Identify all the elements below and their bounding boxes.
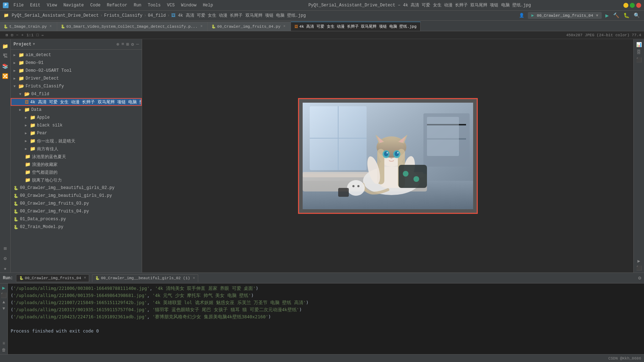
structure-sidebar-icon[interactable]: 🏗: [1, 52, 10, 60]
collapse-icon[interactable]: ≡: [121, 42, 124, 47]
console-settings-icon[interactable]: ⚙: [638, 275, 641, 281]
tree-item-py2[interactable]: 🐍 00_Crawler_img_beautiful_girls_01.py: [11, 192, 142, 200]
stop-icon[interactable]: ⬛: [636, 265, 642, 271]
tab-close-button[interactable]: ×: [282, 24, 287, 29]
menu-help[interactable]: Help: [200, 2, 216, 9]
settings-sidebar-icon[interactable]: ⚙: [1, 254, 10, 263]
project-tree: ▶ 📁 aim_detect ▶ 📁 Demo-01 ▶ 📁 Demo-02-U…: [11, 50, 142, 272]
tree-item-pear[interactable]: ▶ 📁 Pear: [11, 129, 142, 137]
tab-train[interactable]: 🐍 t_Image_train.py ×: [0, 22, 57, 31]
expand-icon[interactable]: ⊞: [126, 42, 129, 47]
breadcrumb-part1[interactable]: PyQt_Serial_Assistant_Drive_Detect: [11, 13, 99, 18]
close-button[interactable]: ×: [636, 3, 641, 8]
tree-item-driver-detect[interactable]: ▶ 📁 Driver_Detect: [11, 75, 142, 82]
breadcrumb-part4[interactable]: 4k 高清 可爱 女生 动漫 长辫子 双马尾辫 项链 电脑 壁纸.jpg: [177, 12, 307, 18]
status-bar: CSDN @Kkh_8686: [0, 354, 644, 362]
menu-refactor[interactable]: Refactor: [104, 2, 130, 9]
tab-crawler[interactable]: 🐍 00_Crawler_img_fruits_04.py ×: [208, 22, 291, 31]
color-picker-icon[interactable]: ✏: [42, 33, 44, 37]
tree-item-chinese4[interactable]: 📁 浪漫的收藏家: [11, 161, 142, 168]
learn-sidebar-icon[interactable]: 📚: [1, 62, 10, 70]
breadcrumb-part3[interactable]: 04_fild: [147, 13, 166, 18]
menu-run[interactable]: Run: [131, 2, 144, 9]
menu-code[interactable]: Code: [87, 2, 103, 9]
filter-button[interactable]: ≡: [2, 341, 5, 346]
scroll-up-button[interactable]: ▲: [2, 300, 5, 305]
tab-close-button[interactable]: ×: [48, 24, 53, 29]
hide-icon[interactable]: —: [136, 42, 139, 47]
tree-item-jpg-file[interactable]: 🖼 4k 高清 可爱 女生 动漫 长辫子 双马尾辫 项链 电脑 壁纸.jpg: [11, 98, 142, 106]
tree-item-py4[interactable]: 🐍 00_Crawler_img_fruits_04.py: [11, 207, 142, 215]
console-output: ('/uploads/allimg/221006/003801-16649878…: [8, 283, 644, 354]
tab-close-button[interactable]: ×: [199, 24, 204, 29]
menu-edit[interactable]: Edit: [27, 2, 43, 9]
console-wrapper: ('/uploads/allimg/221006/003801-16649878…: [8, 283, 644, 354]
search-icon[interactable]: 🔍: [633, 12, 640, 18]
run-icon[interactable]: ▶: [605, 12, 610, 19]
run-play-button[interactable]: ▶: [2, 285, 5, 291]
scroll-down-button[interactable]: ▼: [2, 306, 5, 311]
database-icon[interactable]: 🗄: [637, 50, 641, 55]
svg-rect-36: [338, 188, 349, 197]
tree-item-friuts-classify[interactable]: ▼ 📂 Friuts_Classify: [11, 82, 142, 90]
settings-icon[interactable]: ⚙: [131, 42, 134, 47]
tab-label: 4k 高清 可爱 女生 动漫 长辫子 双马尾辫 项链 电脑 壁纸.jpg: [299, 24, 417, 29]
tree-item-py6[interactable]: 🐍 02_Train_Model.py: [11, 223, 142, 231]
run-tab-girls[interactable]: 🐍 00_Crawler_img__beautiful_girls_02 (1)…: [92, 274, 198, 282]
tree-item-py3[interactable]: 🐍 00_Crawler_img_fruits_03.py: [11, 200, 142, 207]
tree-item-chinese6[interactable]: 📁 脱离了地心引力: [11, 176, 142, 184]
py-tab-icon: 🐍: [95, 276, 99, 280]
project-sidebar-icon[interactable]: 📁: [1, 42, 10, 50]
zoom-in-icon[interactable]: +: [21, 33, 24, 37]
menu-window[interactable]: Window: [178, 2, 199, 9]
menu-view[interactable]: View: [44, 2, 60, 9]
tab-active-jpg[interactable]: 🖼 4k 高清 可爱 女生 动漫 长辫子 双马尾辫 项链 电脑 壁纸.jpg: [291, 22, 421, 31]
tab-label: t_Image_train.py: [9, 25, 47, 29]
branch-selector[interactable]: ▶ 00_Crawler_img_fruits_04 ▼: [528, 12, 602, 19]
terminal-icon[interactable]: ⬛: [636, 57, 642, 63]
run2-icon[interactable]: ▶: [638, 258, 640, 264]
clear-button[interactable]: 🗑: [2, 347, 6, 353]
debug-icon[interactable]: 🐛: [623, 12, 630, 18]
run-tab-close[interactable]: ×: [84, 276, 86, 280]
tree-item-data[interactable]: ▶ 📁 Data: [11, 106, 142, 114]
menu-tools[interactable]: Tools: [145, 2, 163, 9]
build-icon[interactable]: 🔨: [612, 12, 620, 18]
favorites-sidebar-icon[interactable]: ★: [1, 264, 10, 272]
maximize-button[interactable]: □: [630, 3, 635, 8]
image-metadata: 450x287 JPEG (24-bit color) 77.4: [566, 33, 641, 37]
tree-item-chinese5[interactable]: 📁 空气都是甜的: [11, 168, 142, 176]
actual-size-icon[interactable]: □: [36, 33, 39, 37]
locate-icon[interactable]: ⊕: [117, 42, 119, 47]
tree-item-chinese3[interactable]: 📁 泳池里的蓝色夏天: [11, 153, 142, 161]
structure-icon[interactable]: 📊: [636, 42, 642, 48]
fit-icon[interactable]: ⊞: [6, 33, 8, 37]
tree-label: Demo-01: [26, 60, 43, 65]
tree-item-py1[interactable]: 🐍 00_Crawler_img__beautiful_girls_02.py: [11, 184, 142, 192]
grid-icon[interactable]: ⊟: [11, 33, 13, 37]
tree-item-demo01[interactable]: ▶ 📁 Demo-01: [11, 59, 142, 67]
terminal-sidebar-icon[interactable]: ⊞: [1, 244, 10, 253]
tree-item-demo02[interactable]: ▶ 📁 Demo-02-USART Tool: [11, 67, 142, 75]
zoom-out-icon[interactable]: −: [16, 33, 18, 37]
tree-item-apple[interactable]: ▶ 📁 Apple: [11, 114, 142, 121]
tree-item-black-silk[interactable]: ▶ 📁 black silk: [11, 121, 142, 129]
tab-smart-video[interactable]: 🐍 03_Smart_Video_System_Collect_Image_de…: [57, 22, 208, 31]
anime-image: [303, 103, 473, 209]
tree-label: 02_Train_Model.py: [20, 225, 63, 229]
menu-navigate[interactable]: Navigate: [60, 2, 87, 9]
tree-item-04fild[interactable]: ▼ 📂 04_fild: [11, 90, 142, 98]
menu-vcs[interactable]: VCS: [164, 2, 178, 9]
run-tab-crawler[interactable]: 🐍 00_Crawler_img_fruits_04 ×: [16, 274, 89, 282]
breadcrumb-part2[interactable]: Friuts_Classify: [103, 13, 143, 18]
git-sidebar-icon[interactable]: 🔀: [1, 72, 10, 80]
tree-label: 浪漫的收藏家: [32, 162, 58, 168]
tree-item-py5[interactable]: 🐍 01_Data_process.py: [11, 215, 142, 223]
menu-file[interactable]: File: [11, 2, 27, 9]
tree-item-aim-detect[interactable]: ▶ 📁 aim_detect: [11, 51, 142, 59]
tree-item-chinese1[interactable]: ▶ 📁 你一出现，就是晴天: [11, 137, 142, 145]
run-stop-button[interactable]: ⬛: [1, 292, 7, 298]
tree-item-chinese2[interactable]: ▶ 📁 南方有佳人: [11, 145, 142, 153]
minimize-button[interactable]: −: [623, 3, 628, 8]
run-tab-close[interactable]: ×: [193, 276, 195, 280]
